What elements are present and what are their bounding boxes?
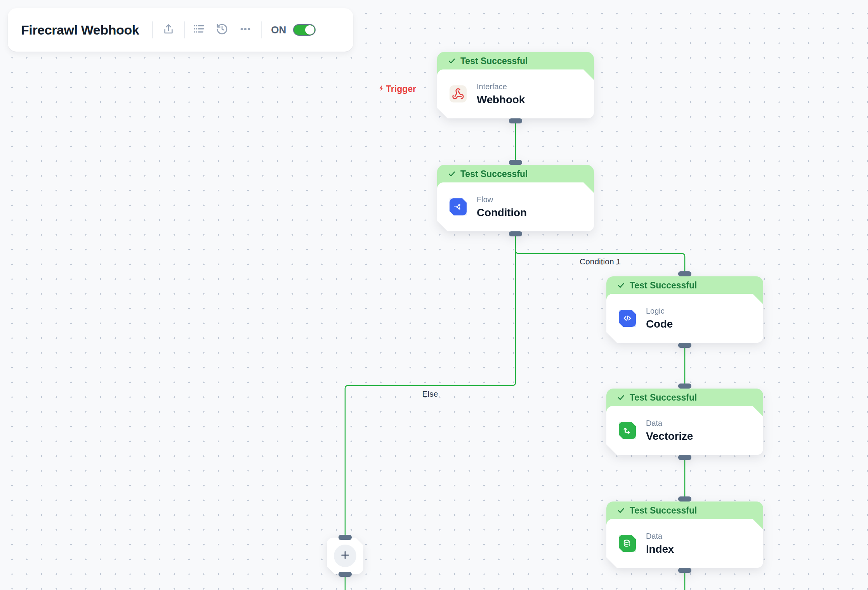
connector-handle[interactable] [509, 231, 522, 236]
connector-handle[interactable] [678, 343, 691, 348]
list-icon [193, 23, 205, 37]
node-title: Index [646, 543, 674, 555]
check-icon [448, 57, 456, 65]
node-card[interactable]: Data Vectorize [606, 406, 763, 455]
edge-condition-else-branch [345, 234, 516, 536]
connector-handle[interactable] [678, 384, 691, 389]
node-category: Data [646, 419, 693, 428]
check-icon [617, 281, 625, 290]
node-category: Logic [646, 307, 673, 316]
check-icon [448, 170, 456, 178]
workflow-title: Firecrawl Webhook [21, 23, 139, 38]
node-category: Flow [477, 195, 527, 204]
node-index[interactable]: Test Successful Data Index [606, 502, 763, 568]
add-step-card[interactable] [327, 538, 363, 574]
node-category: Data [646, 532, 674, 541]
connector-handle[interactable] [339, 572, 352, 577]
node-code[interactable]: Test Successful Logic Code [606, 276, 763, 343]
workflow-canvas[interactable]: Firecrawl Webhook [0, 0, 868, 590]
connector-handle[interactable] [509, 160, 522, 165]
ellipsis-icon [239, 23, 252, 37]
branch-label-else: Else [422, 389, 438, 399]
node-card[interactable]: Flow Condition [437, 182, 594, 231]
connector-handle[interactable] [339, 535, 352, 540]
check-icon [617, 506, 625, 515]
add-step-node[interactable] [327, 538, 363, 574]
divider [261, 21, 262, 38]
divider [184, 21, 185, 38]
node-title: Code [646, 318, 673, 330]
add-step-button[interactable] [334, 545, 356, 567]
node-card[interactable]: Interface Webhook [437, 69, 594, 118]
connector-handle[interactable] [678, 496, 691, 502]
connector-handle[interactable] [678, 271, 691, 276]
code-icon [619, 310, 636, 327]
workflow-enabled-toggle[interactable] [293, 24, 316, 36]
node-card[interactable]: Logic Code [606, 294, 763, 343]
node-title: Condition [477, 206, 527, 219]
plus-icon [339, 549, 351, 562]
node-card[interactable]: Data Index [606, 519, 763, 568]
lightning-bolt-icon [378, 84, 385, 94]
more-options-button[interactable] [237, 21, 254, 38]
node-category: Interface [477, 82, 525, 91]
node-condition[interactable]: Test Successful Flow Condition [437, 165, 594, 231]
share-icon [162, 23, 175, 37]
status-text: Test Successful [460, 56, 528, 66]
database-bolt-icon [619, 535, 636, 552]
history-button[interactable] [214, 21, 231, 38]
connector-handle[interactable] [678, 568, 691, 573]
split-arrow-icon [450, 198, 467, 215]
history-icon [216, 23, 228, 37]
toggle-state-label: ON [271, 24, 286, 36]
branch-label-condition1: Condition 1 [580, 257, 621, 266]
status-text: Test Successful [630, 392, 697, 403]
workflow-header: Firecrawl Webhook [8, 8, 353, 52]
divider [152, 21, 153, 38]
node-webhook[interactable]: Test Successful Interface Webhook [437, 52, 594, 118]
webhook-icon [450, 85, 467, 102]
node-vectorize[interactable]: Test Successful Data Vectorize [606, 389, 763, 455]
node-title: Vectorize [646, 430, 693, 442]
share-button[interactable] [160, 21, 177, 38]
connector-handle[interactable] [509, 118, 522, 123]
trigger-label: Trigger [380, 84, 416, 94]
run-list-button[interactable] [190, 21, 207, 38]
status-text: Test Successful [630, 505, 697, 516]
connector-handle[interactable] [678, 455, 691, 460]
node-title: Webhook [477, 94, 525, 106]
check-icon [617, 393, 625, 402]
status-text: Test Successful [630, 280, 697, 291]
status-text: Test Successful [460, 169, 528, 179]
vector-arrows-icon [619, 422, 636, 439]
toggle-knob [305, 25, 314, 35]
